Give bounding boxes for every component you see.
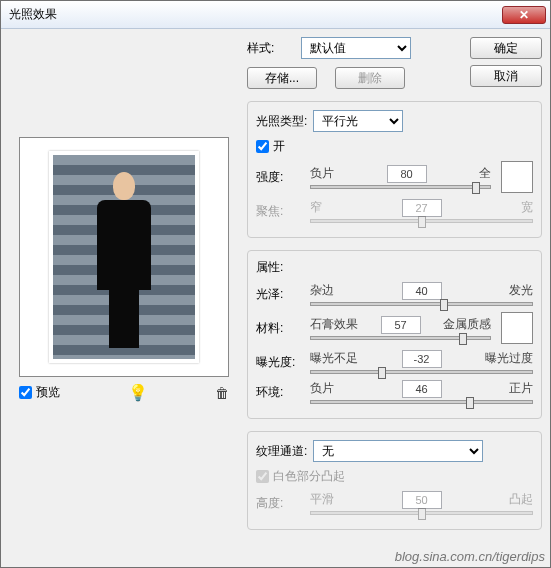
light-on-label: 开 xyxy=(273,138,285,155)
light-type-label: 光照类型: xyxy=(256,113,307,130)
titlebar[interactable]: 光照效果 ✕ xyxy=(1,1,550,29)
light-on-input[interactable] xyxy=(256,140,269,153)
properties-label: 属性: xyxy=(256,259,283,276)
preview-canvas[interactable] xyxy=(19,137,229,377)
window-title: 光照效果 xyxy=(9,6,502,23)
material-value[interactable]: 57 xyxy=(381,316,421,334)
height-value: 50 xyxy=(402,491,442,509)
white-high-checkbox: 白色部分凸起 xyxy=(256,468,533,485)
focus-label: 聚焦: xyxy=(256,203,304,220)
ambience-value[interactable]: 46 xyxy=(402,380,442,398)
cancel-button[interactable]: 取消 xyxy=(470,65,542,87)
height-label: 高度: xyxy=(256,495,304,512)
style-select[interactable]: 默认值 xyxy=(301,37,411,59)
preview-checkbox[interactable]: 预览 xyxy=(19,384,60,401)
watermark: blog.sina.com.cn/tigerdips xyxy=(395,549,545,564)
exposure-label: 曝光度: xyxy=(256,354,304,371)
preview-image xyxy=(49,151,199,363)
texture-group: 纹理通道: 无 白色部分凸起 高度: 平滑50凸起 xyxy=(247,431,542,530)
lighting-effects-dialog: 光照效果 ✕ 预览 💡 🗑 xyxy=(0,0,551,568)
texture-label: 纹理通道: xyxy=(256,443,307,460)
ambient-color-swatch[interactable] xyxy=(501,312,533,344)
gloss-label: 光泽: xyxy=(256,286,304,303)
focus-slider xyxy=(310,219,533,223)
height-slider xyxy=(310,511,533,515)
material-slider[interactable] xyxy=(310,336,491,340)
exposure-slider[interactable] xyxy=(310,370,533,374)
ambience-label: 环境: xyxy=(256,384,304,401)
exposure-value[interactable]: -32 xyxy=(402,350,442,368)
intensity-label: 强度: xyxy=(256,169,304,186)
preview-checkbox-input[interactable] xyxy=(19,386,32,399)
save-button[interactable]: 存储... xyxy=(247,67,317,89)
lightbulb-icon[interactable]: 💡 xyxy=(128,383,148,402)
white-high-label: 白色部分凸起 xyxy=(273,468,345,485)
style-label: 样式: xyxy=(247,40,295,57)
white-high-input xyxy=(256,470,269,483)
intensity-slider[interactable] xyxy=(310,185,491,189)
gloss-slider[interactable] xyxy=(310,302,533,306)
texture-select[interactable]: 无 xyxy=(313,440,483,462)
properties-group: 属性: 光泽: 杂边40发光 材料: 石膏效果57金属质感 xyxy=(247,250,542,419)
intensity-value[interactable]: 80 xyxy=(387,165,427,183)
light-type-select[interactable]: 平行光 xyxy=(313,110,403,132)
preview-label: 预览 xyxy=(36,384,60,401)
focus-value: 27 xyxy=(402,199,442,217)
close-icon: ✕ xyxy=(519,8,529,22)
trash-icon[interactable]: 🗑 xyxy=(215,385,229,401)
light-type-group: 光照类型: 平行光 开 强度: 负片80全 聚焦: xyxy=(247,101,542,238)
ok-button[interactable]: 确定 xyxy=(470,37,542,59)
light-on-checkbox[interactable]: 开 xyxy=(256,138,533,155)
delete-button[interactable]: 删除 xyxy=(335,67,405,89)
ambience-slider[interactable] xyxy=(310,400,533,404)
light-color-swatch[interactable] xyxy=(501,161,533,193)
gloss-value[interactable]: 40 xyxy=(402,282,442,300)
close-button[interactable]: ✕ xyxy=(502,6,546,24)
material-label: 材料: xyxy=(256,320,304,337)
